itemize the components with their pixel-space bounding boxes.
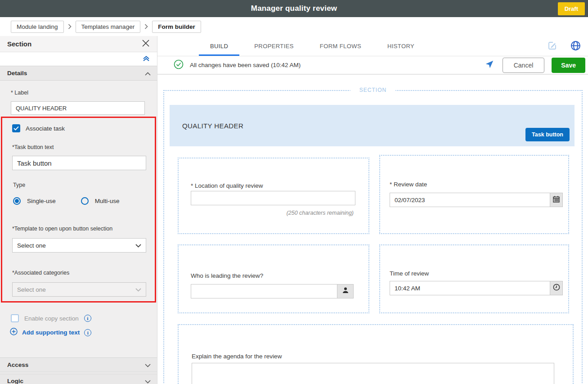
accordion-access[interactable]: Access bbox=[0, 357, 157, 372]
date-picker-button[interactable] bbox=[550, 193, 563, 207]
check-circle-icon bbox=[174, 59, 184, 71]
categories-select-label: *Associated categories bbox=[12, 270, 145, 276]
field-leader-input[interactable] bbox=[191, 284, 337, 298]
template-select-label: *Template to open upon button selection bbox=[12, 226, 145, 232]
breadcrumb-form-builder[interactable]: Form builder bbox=[152, 21, 201, 33]
tab-bar: BUILD PROPERTIES FORM FLOWS HISTORY bbox=[157, 36, 588, 56]
field-leader[interactable]: Who is leading the review? bbox=[178, 244, 369, 313]
save-status-text: All changes have been saved (10:42 AM) bbox=[190, 62, 301, 68]
chevron-down-icon bbox=[135, 285, 141, 294]
info-icon[interactable]: i bbox=[84, 315, 91, 322]
field-agenda[interactable]: Explain the agenda for the review bbox=[178, 324, 574, 384]
status-badge: Draft bbox=[558, 2, 585, 15]
accordion-details[interactable]: Details bbox=[0, 66, 157, 81]
panel-header: Section bbox=[0, 36, 157, 52]
breadcrumb-templates-manager[interactable]: Templates manager bbox=[76, 21, 141, 33]
clock-icon bbox=[553, 284, 560, 293]
close-icon bbox=[142, 39, 150, 49]
task-button[interactable]: Task button bbox=[525, 128, 570, 141]
page-title: Manager quality review bbox=[251, 4, 337, 13]
tab-history[interactable]: HISTORY bbox=[374, 36, 427, 56]
field-time[interactable]: Time of review bbox=[379, 244, 569, 313]
panel-title: Section bbox=[7, 40, 31, 48]
section-container[interactable]: SECTION QUALITY HEADER Task button * Loc… bbox=[163, 90, 583, 384]
add-supporting-text-link[interactable]: Add supporting text bbox=[22, 329, 80, 336]
paper-plane-icon bbox=[485, 59, 494, 71]
enable-copy-label: Enable copy section bbox=[24, 315, 79, 322]
single-use-label[interactable]: Single-use bbox=[27, 198, 56, 204]
field-agenda-label: Explain the agenda for the review bbox=[192, 353, 282, 360]
field-location-input[interactable] bbox=[191, 191, 355, 205]
field-review-date-label: * Review date bbox=[390, 181, 427, 188]
field-leader-label: Who is leading the review? bbox=[191, 272, 263, 279]
multi-use-radio[interactable] bbox=[81, 197, 89, 205]
status-bar: All changes have been saved (10:42 AM) C… bbox=[157, 56, 588, 75]
tab-properties[interactable]: PROPERTIES bbox=[241, 36, 307, 56]
section-header-block[interactable]: QUALITY HEADER Task button bbox=[170, 105, 575, 146]
double-chevron-up-icon bbox=[143, 55, 150, 63]
person-picker-button[interactable] bbox=[337, 284, 354, 298]
field-review-date[interactable]: * Review date bbox=[379, 155, 569, 234]
add-supporting-text-row[interactable]: Add supporting text i bbox=[10, 328, 147, 337]
task-button-text-label: *Task button text bbox=[12, 144, 145, 150]
section-header-title: QUALITY HEADER bbox=[182, 122, 243, 130]
task-button-text-input[interactable] bbox=[12, 156, 146, 170]
associate-task-checkbox[interactable] bbox=[12, 124, 20, 132]
edit-pencil-square-icon bbox=[548, 41, 557, 52]
chevron-right-icon bbox=[144, 24, 148, 29]
person-icon bbox=[342, 287, 349, 296]
form-builder-app: Manager quality review Draft Module land… bbox=[0, 0, 588, 384]
type-label: Type bbox=[13, 182, 145, 188]
chevron-down-icon bbox=[135, 241, 141, 249]
time-picker-button[interactable] bbox=[550, 281, 563, 295]
top-bar: Manager quality review Draft bbox=[0, 0, 588, 17]
chevron-down-icon bbox=[145, 377, 151, 384]
language-globe-button[interactable] bbox=[570, 40, 582, 53]
details-body: * Label Associate task *Task button text… bbox=[0, 81, 157, 357]
form-canvas: SECTION QUALITY HEADER Task button * Loc… bbox=[157, 75, 588, 384]
type-radio-group: Single-use Multi-use bbox=[13, 197, 145, 205]
tab-form-flows[interactable]: FORM FLOWS bbox=[307, 36, 374, 56]
save-button[interactable]: Save bbox=[552, 58, 585, 73]
field-location[interactable]: * Location of quality review (250 charac… bbox=[178, 158, 369, 234]
chevron-right-icon bbox=[68, 24, 72, 29]
breadcrumb-module-landing[interactable]: Module landing bbox=[11, 21, 64, 33]
field-review-date-input[interactable] bbox=[390, 193, 550, 207]
field-location-label: * Location of quality review bbox=[191, 182, 263, 189]
globe-icon bbox=[570, 41, 581, 52]
field-agenda-textarea[interactable] bbox=[192, 363, 554, 384]
chevron-down-icon bbox=[145, 361, 151, 369]
field-time-input[interactable] bbox=[390, 281, 550, 295]
enable-copy-section-row: Enable copy section i bbox=[11, 314, 147, 322]
associate-task-checkbox-row[interactable]: Associate task bbox=[12, 124, 145, 132]
highlighted-task-settings: Associate task *Task button text Type Si… bbox=[1, 117, 156, 303]
template-select[interactable]: Select one bbox=[12, 238, 146, 253]
tab-build[interactable]: BUILD bbox=[197, 36, 241, 56]
edit-template-button[interactable] bbox=[547, 40, 558, 53]
calendar-icon bbox=[553, 196, 560, 204]
breadcrumb: Module landing Templates manager Form bu… bbox=[0, 17, 588, 36]
cancel-button[interactable]: Cancel bbox=[503, 58, 545, 73]
label-field-input[interactable] bbox=[11, 101, 145, 115]
chevron-up-icon bbox=[145, 69, 151, 77]
associated-categories-select: Select one bbox=[12, 282, 146, 297]
section-tag: SECTION bbox=[350, 87, 395, 93]
main-area: BUILD PROPERTIES FORM FLOWS HISTORY bbox=[157, 36, 588, 384]
accordion-logic[interactable]: Logic bbox=[0, 374, 157, 384]
collapse-all-row bbox=[0, 52, 157, 66]
field-time-label: Time of review bbox=[390, 270, 429, 277]
label-field-label: * Label bbox=[11, 90, 146, 96]
send-button[interactable] bbox=[484, 59, 495, 72]
plus-circle-icon bbox=[10, 328, 18, 337]
info-icon[interactable]: i bbox=[84, 329, 91, 336]
characters-remaining-hint: (250 characters remaining) bbox=[287, 210, 354, 216]
multi-use-label[interactable]: Multi-use bbox=[95, 198, 120, 204]
single-use-radio[interactable] bbox=[13, 197, 21, 205]
section-properties-panel: Section Details bbox=[0, 36, 157, 384]
enable-copy-checkbox bbox=[11, 314, 19, 322]
close-panel-button[interactable] bbox=[141, 38, 151, 50]
associate-task-label: Associate task bbox=[26, 125, 65, 132]
collapse-all-button[interactable] bbox=[142, 54, 151, 64]
